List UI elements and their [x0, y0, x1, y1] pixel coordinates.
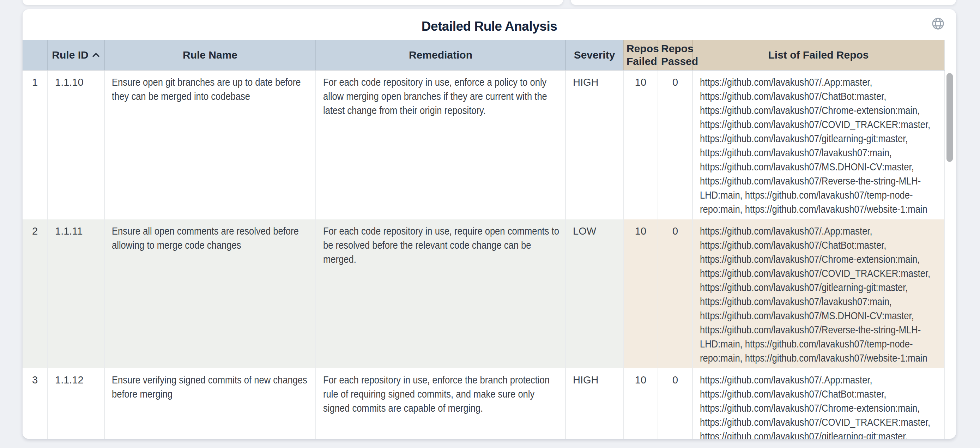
header-repos-failed: Repos Failed — [624, 40, 658, 70]
repos-failed-cell: 10 — [624, 70, 658, 219]
header-rule-name: Rule Name — [104, 40, 316, 70]
rule-id-cell: 1.1.12 — [48, 368, 104, 439]
rule-name-cell: Ensure all open comments are resolved be… — [104, 219, 316, 368]
row-index-cell: 1 — [22, 70, 48, 219]
header-remediation: Remediation — [316, 40, 565, 70]
repos-passed-cell: 0 — [658, 368, 692, 439]
failed-repos-cell: https://github.com/lavakush07/.App:maste… — [692, 70, 944, 219]
header-rule-id[interactable]: Rule ID — [48, 40, 104, 70]
globe-icon[interactable] — [931, 17, 945, 30]
table-row: 2 1.1.11 Ensure all open comments are re… — [22, 219, 944, 368]
header-rule-id-label: Rule ID — [52, 49, 88, 61]
rule-id-cell: 1.1.11 — [48, 219, 104, 368]
failed-repos-cell: https://github.com/lavakush07/.App:maste… — [692, 368, 944, 439]
rule-analysis-table: Rule ID Rule Name Remediation Severity R… — [22, 40, 945, 439]
top-card-left — [22, 0, 563, 5]
remediation-cell: For each repository in use, enforce the … — [316, 368, 565, 439]
row-index-cell: 3 — [22, 368, 48, 439]
severity-cell: HIGH — [565, 368, 624, 439]
severity-cell: HIGH — [565, 70, 624, 219]
table-row: 3 1.1.12 Ensure verifying signed commits… — [22, 368, 944, 439]
repos-passed-cell: 0 — [658, 70, 692, 219]
remediation-cell: For each code repository in use, require… — [316, 219, 565, 368]
header-index — [22, 40, 48, 70]
top-card-right — [571, 0, 956, 5]
table-row: 1 1.1.10 Ensure open git branches are up… — [22, 70, 944, 219]
vertical-scrollbar-thumb[interactable] — [947, 73, 953, 162]
detailed-rule-analysis-card: Detailed Rule Analysis Rule ID — [22, 9, 956, 439]
row-index-cell: 2 — [22, 219, 48, 368]
header-failed-repos-list: List of Failed Repos — [692, 40, 944, 70]
repos-passed-cell: 0 — [658, 219, 692, 368]
header-severity: Severity — [565, 40, 624, 70]
repos-failed-cell: 10 — [624, 368, 658, 439]
table-body: 1 1.1.10 Ensure open git branches are up… — [22, 70, 944, 439]
severity-cell: LOW — [565, 219, 624, 368]
remediation-cell: For each code repository in use, enforce… — [316, 70, 565, 219]
header-repos-passed: Repos Passed — [658, 40, 692, 70]
repos-failed-cell: 10 — [624, 219, 658, 368]
failed-repos-cell: https://github.com/lavakush07/.App:maste… — [692, 219, 944, 368]
page-title: Detailed Rule Analysis — [22, 19, 956, 34]
rule-name-cell: Ensure open git branches are up to date … — [104, 70, 316, 219]
rule-id-cell: 1.1.10 — [48, 70, 104, 219]
chevron-up-icon — [92, 52, 100, 58]
table-header-row: Rule ID Rule Name Remediation Severity R… — [22, 40, 944, 70]
rule-name-cell: Ensure verifying signed commits of new c… — [104, 368, 316, 439]
